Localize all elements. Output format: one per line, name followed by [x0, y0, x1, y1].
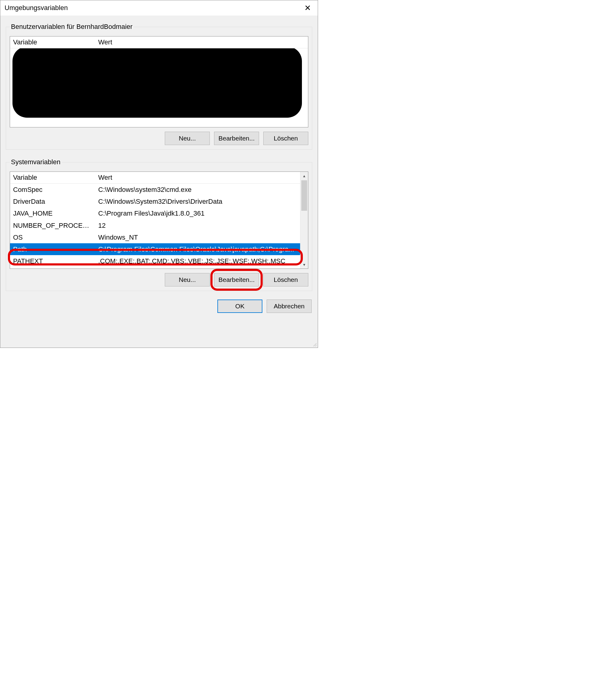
cell-value: AMD64 — [95, 267, 300, 269]
system-vars-listview[interactable]: Variable Wert ComSpecC:\Windows\system32… — [10, 171, 308, 269]
dialog-footer-buttons: OK Abbrechen — [6, 299, 312, 314]
cell-value: C:\Windows\System32\Drivers\DriverData — [95, 195, 300, 207]
cell-value: 12 — [95, 220, 300, 231]
table-row[interactable]: JAVA_HOMEC:\Program Files\Java\jdk1.8.0_… — [10, 207, 300, 219]
user-vars-legend: Benutzervariablen für BernhardBodmaier — [10, 23, 134, 31]
env-vars-dialog: Umgebungsvariablen ✕ Benutzervariablen f… — [0, 0, 318, 348]
system-vars-body: ComSpecC:\Windows\system32\cmd.exeDriver… — [10, 184, 300, 269]
system-vars-group: Systemvariablen Variable Wert ComSpecC:\… — [6, 158, 312, 291]
table-row[interactable]: PathC:\Program Files\Common Files\Oracle… — [10, 243, 300, 255]
system-new-button[interactable]: Neu... — [165, 273, 210, 286]
cell-variable: PATHEXT — [10, 255, 95, 267]
table-row[interactable]: DriverDataC:\Windows\System32\Drivers\Dr… — [10, 195, 300, 207]
table-row[interactable]: PATHEXT.COM;.EXE;.BAT;.CMD;.VBS;.VBE;.JS… — [10, 255, 300, 267]
close-icon[interactable]: ✕ — [302, 3, 314, 13]
cell-variable: DriverData — [10, 195, 95, 207]
ok-button[interactable]: OK — [217, 299, 262, 313]
table-row[interactable]: PROCESSOR_ARCHITECTUREAMD64 — [10, 267, 300, 269]
user-new-button[interactable]: Neu... — [165, 132, 210, 145]
scroll-down-icon[interactable]: ▾ — [300, 261, 308, 269]
cell-variable: JAVA_HOME — [10, 207, 95, 219]
system-vars-buttons: Neu... Bearbeiten... Löschen — [10, 273, 308, 286]
system-vars-legend: Systemvariablen — [10, 158, 62, 166]
scroll-thumb[interactable] — [301, 180, 307, 211]
resize-grip-icon[interactable] — [312, 342, 317, 346]
user-vars-group: Benutzervariablen für BernhardBodmaier V… — [6, 23, 312, 150]
redacted-block — [12, 48, 302, 118]
system-edit-button[interactable]: Bearbeiten... — [214, 273, 259, 286]
cell-value: C:\Windows\system32\cmd.exe — [95, 184, 300, 195]
system-vars-header: Variable Wert — [10, 172, 300, 184]
column-header-value[interactable]: Wert — [95, 172, 300, 183]
user-vars-body — [10, 48, 308, 127]
user-vars-listview[interactable]: Variable Wert — [10, 36, 308, 127]
client-area: Benutzervariablen für BernhardBodmaier V… — [0, 15, 318, 348]
cell-variable: Path — [10, 243, 95, 255]
user-vars-buttons: Neu... Bearbeiten... Löschen — [10, 132, 308, 145]
cancel-button[interactable]: Abbrechen — [267, 299, 312, 313]
user-vars-header: Variable Wert — [10, 37, 308, 48]
cell-value: C:\Program Files\Java\jdk1.8.0_361 — [95, 207, 300, 219]
window-title: Umgebungsvariablen — [5, 4, 68, 12]
scroll-up-icon[interactable]: ▴ — [300, 172, 308, 180]
user-edit-button[interactable]: Bearbeiten... — [214, 132, 259, 145]
cell-variable: PROCESSOR_ARCHITECTURE — [10, 267, 95, 269]
cell-variable: OS — [10, 231, 95, 243]
cell-value: Windows_NT — [95, 231, 300, 243]
cell-variable: NUMBER_OF_PROCESSORS — [10, 220, 95, 231]
user-delete-button[interactable]: Löschen — [263, 132, 308, 145]
table-row[interactable]: NUMBER_OF_PROCESSORS12 — [10, 220, 300, 231]
table-row[interactable]: OSWindows_NT — [10, 231, 300, 243]
cell-variable: ComSpec — [10, 184, 95, 195]
scrollbar[interactable]: ▴ ▾ — [300, 172, 308, 269]
table-row[interactable]: ComSpecC:\Windows\system32\cmd.exe — [10, 184, 300, 195]
cell-value: C:\Program Files\Common Files\Oracle\Jav… — [95, 243, 300, 255]
titlebar: Umgebungsvariablen ✕ — [0, 0, 318, 15]
column-header-variable[interactable]: Variable — [10, 172, 95, 183]
system-delete-button[interactable]: Löschen — [263, 273, 308, 286]
cell-value: .COM;.EXE;.BAT;.CMD;.VBS;.VBE;.JS;.JSE;.… — [95, 255, 300, 267]
column-header-value[interactable]: Wert — [95, 37, 308, 48]
column-header-variable[interactable]: Variable — [10, 37, 95, 48]
